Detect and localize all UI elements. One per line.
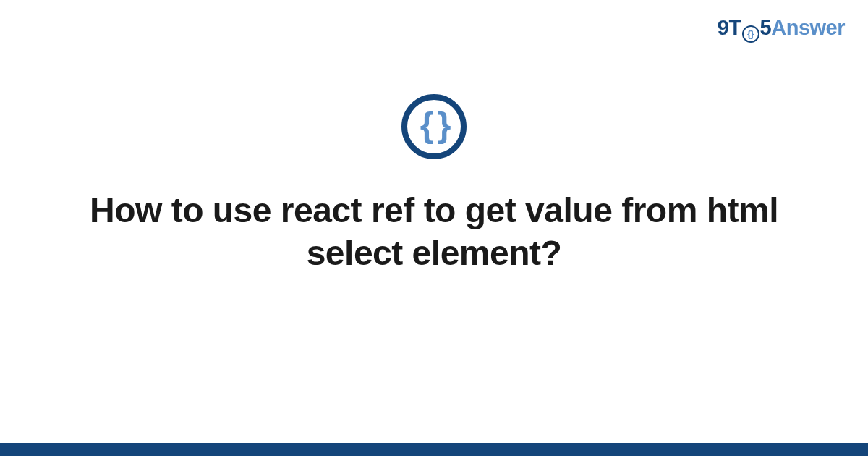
logo-text-5: 5 <box>760 16 772 40</box>
logo-circle-icon: {} <box>742 25 760 43</box>
category-icon: { } <box>401 94 467 159</box>
logo-text-9t: 9T <box>718 16 741 40</box>
code-braces-icon: { } <box>401 94 467 159</box>
logo-text-answer: Answer <box>771 16 845 40</box>
question-title: How to use react ref to get value from h… <box>0 190 868 274</box>
bottom-accent-bar <box>0 443 868 456</box>
braces-glyph: { } <box>420 108 448 143</box>
logo-circle-inner: {} <box>747 29 754 38</box>
site-logo: 9T {} 5 Answer <box>718 16 845 41</box>
